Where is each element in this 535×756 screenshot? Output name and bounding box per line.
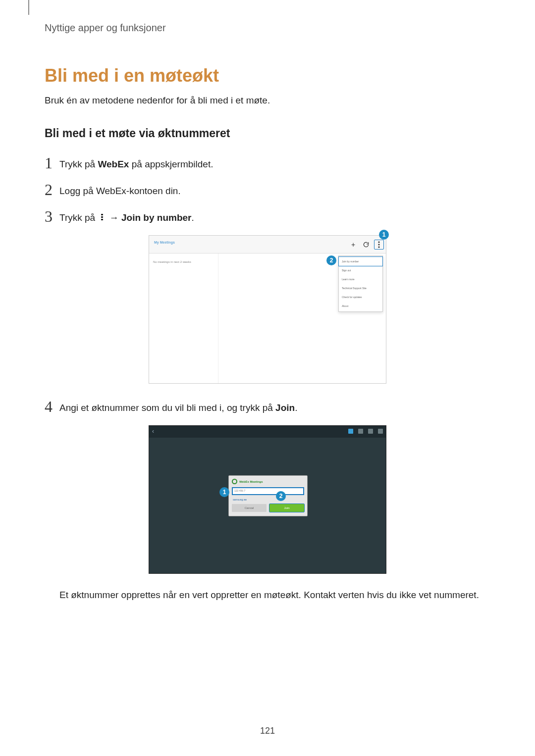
menu-item-learn-more[interactable]: Learn more — [339, 275, 382, 284]
app-title: My Meetings — [154, 241, 175, 244]
step-text-bold: Join — [275, 403, 295, 413]
svg-point-4 — [378, 244, 379, 245]
overflow-menu-icon — [100, 213, 105, 224]
site-link[interactable]: samsung.we — [229, 497, 307, 504]
step-1: 1 Trykk på WebEx på appskjermbildet. — [45, 155, 490, 171]
manual-page: Nyttige apper og funksjoner Bli med i en… — [0, 0, 535, 756]
dialog-button-row: Cancel Join — [229, 504, 307, 516]
step-text-pre: Trykk på — [59, 212, 98, 223]
callout-badge-2: 2 — [276, 491, 286, 501]
step-number: 2 — [45, 182, 59, 198]
page-title: Bli med i en møteøkt — [45, 65, 490, 86]
callout-badge-2: 2 — [326, 255, 336, 265]
menu-item-updates[interactable]: Check for updates — [339, 293, 382, 302]
page-edge-rule — [28, 0, 29, 15]
more-icon[interactable] — [378, 429, 383, 434]
sidebar-empty-text: No meetings in next 2 weeks — [153, 260, 214, 263]
svg-rect-2 — [101, 219, 103, 220]
topbar-icons — [348, 429, 383, 434]
app-topbar: My Meetings + — [149, 236, 386, 253]
step-text-pre: Trykk på — [59, 159, 98, 169]
menu-item-sign-out[interactable]: Sign out — [339, 266, 382, 275]
step-4: 4 Angi et øktnummer som du vil bli med i… — [45, 399, 490, 414]
menu-item-join-by-number[interactable]: Join by number — [339, 257, 382, 266]
cancel-button[interactable]: Cancel — [232, 504, 267, 512]
breadcrumb: Nyttige apper og funksjoner — [45, 22, 490, 34]
session-number-input[interactable]: 123 456 7 — [232, 487, 304, 495]
step-text: Logg på WebEx-kontoen din. — [59, 182, 181, 197]
intro-text: Bruk én av metodene nedenfor for å bli m… — [45, 95, 490, 106]
step-3: 3 Trykk på → Join by number. — [45, 208, 490, 224]
step-2: 2 Logg på WebEx-kontoen din. — [45, 182, 490, 198]
refresh-button[interactable] — [361, 240, 371, 250]
callout-badge-1: 1 — [379, 230, 389, 240]
step-text-post: . — [295, 403, 297, 413]
step-text: Angi et øktnummer som du vil bli med i, … — [59, 399, 297, 413]
page-number: 121 — [0, 726, 535, 736]
step-text-post: på appskjermbildet. — [129, 159, 213, 169]
step-number: 1 — [45, 155, 59, 171]
svg-rect-1 — [101, 216, 103, 218]
app-topbar-dark: ‹ — [149, 426, 386, 438]
back-button[interactable]: ‹ — [152, 428, 154, 435]
step-text-bold: WebEx — [98, 159, 129, 169]
overflow-menu: Join by number Sign out Learn more Techn… — [338, 255, 383, 312]
share-icon[interactable] — [368, 429, 373, 434]
note-text: Et øktnummer opprettes når en vert oppre… — [59, 589, 490, 602]
mic-icon[interactable] — [358, 429, 363, 434]
svg-rect-0 — [101, 214, 103, 215]
overflow-menu-button[interactable] — [374, 240, 384, 250]
step-number: 4 — [45, 399, 59, 414]
camera-icon[interactable] — [348, 429, 353, 434]
join-button[interactable]: Join — [269, 504, 304, 512]
arrow-icon: → — [109, 212, 119, 223]
step-list-cont: 4 Angi et øktnummer som du vil bli med i… — [45, 399, 490, 414]
screenshot-webex-join-dialog: ‹ WebEx Meetings 123 456 7 samsung.we Ca… — [149, 425, 386, 574]
step-text: Trykk på → Join by number. — [59, 208, 194, 224]
step-text-bold: Join by number — [121, 212, 191, 223]
step-text-post: . — [191, 212, 194, 223]
menu-item-support[interactable]: Technical Support Site — [339, 284, 382, 293]
dialog-title: WebEx Meetings — [229, 476, 307, 485]
step-text-pre: Angi et øktnummer som du vil bli med i, … — [59, 403, 275, 413]
menu-item-about[interactable]: About — [339, 302, 382, 310]
join-dialog: WebEx Meetings 123 456 7 samsung.we Canc… — [228, 475, 308, 516]
screenshot-webex-menu: My Meetings + No meetings in next 2 week… — [149, 235, 386, 384]
add-button[interactable]: + — [348, 240, 358, 250]
callout-badge-1: 1 — [219, 487, 229, 497]
svg-point-5 — [378, 246, 379, 248]
step-list: 1 Trykk på WebEx på appskjermbildet. 2 L… — [45, 155, 490, 224]
section-title: Bli med i et møte via øktnummeret — [45, 127, 490, 140]
step-number: 3 — [45, 208, 59, 224]
svg-point-3 — [378, 241, 379, 243]
step-text: Trykk på WebEx på appskjermbildet. — [59, 155, 213, 170]
sidebar: No meetings in next 2 weeks — [149, 253, 218, 383]
